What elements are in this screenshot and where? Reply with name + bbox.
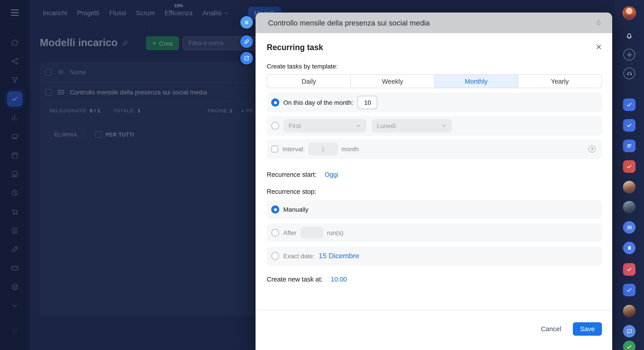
- ordinal-weekday-option: First Lunedì: [267, 116, 602, 136]
- create-at-label: Create new task at:: [267, 276, 323, 283]
- day-of-month-input[interactable]: [358, 96, 378, 109]
- tab-weekly[interactable]: Weekly: [350, 75, 434, 88]
- member-avatar[interactable]: [623, 181, 636, 193]
- recurrence-start-link[interactable]: Oggi: [324, 171, 338, 178]
- dialog-title: Recurring task: [267, 43, 596, 52]
- stop-exact-date-option: Exact date: 15 Dicembre: [267, 246, 602, 266]
- workspace-avatar[interactable]: [623, 221, 636, 234]
- cancel-button[interactable]: Cancel: [541, 326, 561, 332]
- ordinal-weekday-radio[interactable]: [271, 122, 279, 130]
- tab-monthly[interactable]: Monthly: [434, 75, 518, 88]
- open-external-fab[interactable]: [240, 52, 253, 64]
- workspace-avatar[interactable]: [623, 98, 636, 111]
- monthly-options-group: On this day of the month: First Lunedì: [267, 93, 602, 159]
- interval-input[interactable]: [308, 143, 338, 155]
- stop-manually-option: Manually: [267, 200, 602, 219]
- member-avatar[interactable]: [623, 305, 636, 317]
- day-of-month-option: On this day of the month:: [267, 93, 602, 112]
- workspace-avatar[interactable]: [623, 160, 636, 173]
- workspace-avatar[interactable]: [623, 340, 636, 350]
- dialog-body: Recurring task ✕ Create tasks by templat…: [256, 43, 612, 336]
- day-of-month-radio[interactable]: [271, 98, 279, 106]
- chevron-down-icon: [441, 123, 447, 128]
- interval-suffix: month: [342, 146, 359, 152]
- stop-after-option: After run(s): [267, 223, 602, 242]
- close-icon[interactable]: ✕: [596, 44, 602, 51]
- recurrence-start-label: Recurrence start:: [267, 171, 316, 178]
- link-icon: [244, 38, 250, 45]
- right-sidebar: [614, 0, 644, 350]
- stop-manually-radio[interactable]: [271, 206, 279, 214]
- interval-checkbox[interactable]: [271, 146, 278, 152]
- workspace-avatar[interactable]: [623, 119, 636, 132]
- chevron-down-icon: [356, 123, 361, 128]
- interval-label: Interval:: [282, 146, 305, 152]
- task-title: Controllo mensile della presenza sui soc…: [268, 18, 595, 27]
- stop-options-group: Manually After run(s) Exact date: 15 Dic…: [267, 200, 602, 266]
- recurrence-start-row: Recurrence start: Oggi: [267, 171, 602, 178]
- workspace-avatar[interactable]: [623, 263, 636, 276]
- help-headset-icon[interactable]: [624, 68, 635, 79]
- stop-after-radio[interactable]: [271, 229, 279, 237]
- support-icon[interactable]: [624, 49, 635, 60]
- tab-daily[interactable]: Daily: [267, 75, 350, 88]
- member-avatar[interactable]: [623, 201, 636, 214]
- stop-after-input[interactable]: [300, 227, 323, 238]
- stop-manually-label: Manually: [283, 206, 308, 213]
- close-icon: ✕: [244, 19, 249, 26]
- interval-option: Interval: month ?: [267, 139, 602, 159]
- save-button[interactable]: Save: [573, 322, 602, 336]
- stop-after-suffix: run(s): [327, 229, 343, 236]
- tab-yearly[interactable]: Yearly: [518, 75, 602, 88]
- close-task-fab[interactable]: ✕: [240, 16, 253, 29]
- dialog-footer: Cancel Save: [267, 310, 602, 336]
- user-avatar[interactable]: [622, 6, 636, 20]
- create-at-row: Create new task at: 10:00: [267, 276, 602, 283]
- workspace-avatar[interactable]: [623, 140, 636, 152]
- workspace-avatar[interactable]: [623, 325, 636, 338]
- task-modal-header: Controllo mensile della presenza sui soc…: [256, 12, 612, 33]
- day-of-month-label: On this day of the month:: [283, 99, 353, 106]
- template-label: Create tasks by template:: [267, 63, 602, 70]
- stop-exact-date-label: Exact date:: [283, 252, 314, 260]
- workspace-avatar[interactable]: [623, 284, 636, 296]
- help-icon[interactable]: ?: [588, 146, 596, 152]
- recurring-task-modal: Controllo mensile della presenza sui soc…: [256, 12, 612, 350]
- workspace-avatar[interactable]: [623, 242, 636, 254]
- stop-exact-date-radio[interactable]: [271, 252, 279, 260]
- flame-icon[interactable]: [595, 19, 602, 27]
- ordinal-select[interactable]: First: [283, 119, 366, 132]
- notifications-bell-icon[interactable]: [625, 31, 634, 40]
- copy-link-fab[interactable]: [240, 35, 253, 48]
- create-at-time-link[interactable]: 10:00: [331, 276, 347, 283]
- weekday-select[interactable]: Lunedì: [372, 119, 452, 132]
- external-link-icon: [244, 55, 250, 61]
- app-root: Incarichi Progetti Flussi Scrum 33% Effi…: [0, 0, 644, 350]
- stop-after-label: After: [283, 229, 296, 236]
- stop-exact-date-link[interactable]: 15 Dicembre: [319, 252, 359, 260]
- frequency-tabs: Daily Weekly Monthly Yearly: [267, 74, 602, 88]
- recurrence-stop-label: Recurrence stop:: [267, 188, 602, 195]
